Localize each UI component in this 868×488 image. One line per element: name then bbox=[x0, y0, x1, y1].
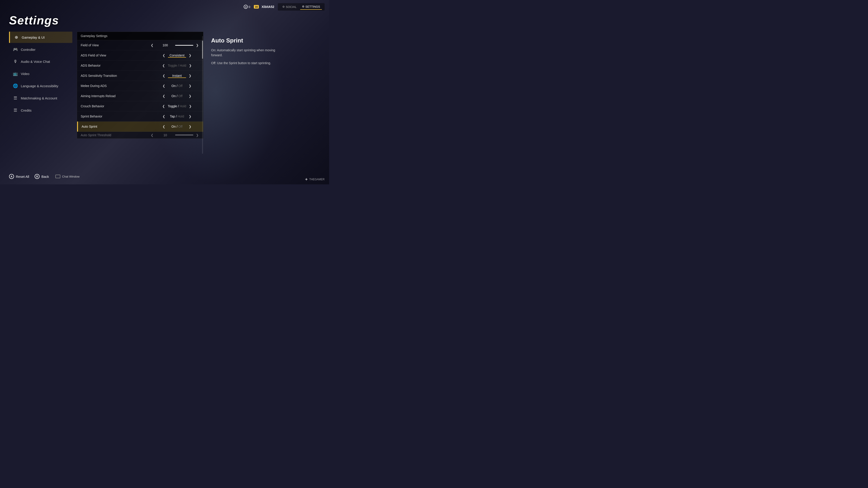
aiming-reload-right-arrow[interactable]: ❯ bbox=[188, 94, 192, 98]
sprint-right-arrow[interactable]: ❯ bbox=[188, 115, 192, 118]
fov-right-arrow[interactable]: ❯ bbox=[195, 43, 199, 47]
setting-row-ads-fov[interactable]: ADS Field of View ❮ Consistent ❯ bbox=[77, 51, 203, 61]
ads-behavior-control: ❮ Toggle / Hold ❯ bbox=[154, 64, 199, 67]
melee-ads-right-arrow[interactable]: ❯ bbox=[188, 84, 192, 88]
setting-name-aiming-reload: Aiming Interrupts Reload bbox=[81, 94, 154, 98]
ads-fov-right-arrow[interactable]: ❯ bbox=[188, 54, 192, 57]
setting-row-ads-behavior[interactable]: ADS Behavior ❮ Toggle / Hold ❯ bbox=[77, 61, 203, 71]
aiming-reload-control: ❮ On / Off ❯ bbox=[154, 94, 199, 98]
threshold-control: ❮ 10 ❯ bbox=[150, 133, 199, 137]
melee-ads-control: ❮ On / Off ❯ bbox=[154, 84, 199, 88]
setting-name-crouch: Crouch Behavior bbox=[81, 104, 154, 108]
melee-ads-value: On / Off bbox=[168, 84, 186, 88]
setting-name-ads-sensitivity: ADS Sensitivity Transition bbox=[81, 74, 154, 77]
sidebar-item-language[interactable]: 🌐 Language & Accessibility bbox=[9, 80, 72, 92]
reset-icon-label: A bbox=[11, 175, 12, 178]
threshold-slider-fill bbox=[175, 135, 179, 135]
sidebar-audio-label: Audio & Voice Chat bbox=[21, 60, 50, 64]
logo-icon: ✦ bbox=[305, 177, 308, 182]
reset-all-button[interactable]: A Reset All bbox=[9, 174, 29, 179]
tab-settings[interactable]: ⚙ SETTINGS bbox=[300, 4, 322, 10]
setting-row-auto-sprint[interactable]: Auto Sprint ❮ On / Off ❯ bbox=[77, 122, 203, 132]
setting-row-fov[interactable]: Field of View ❮ 100 ❯ bbox=[77, 40, 203, 51]
setting-row-crouch[interactable]: Crouch Behavior ❮ Toggle / Hold ❯ bbox=[77, 101, 203, 111]
crouch-value: Toggle / Hold bbox=[168, 104, 186, 108]
fov-left-arrow[interactable]: ❮ bbox=[150, 43, 154, 47]
tab-social[interactable]: ⚙ SOCIAL bbox=[281, 4, 298, 9]
fov-control: ❮ 100 ❯ bbox=[150, 43, 199, 47]
ads-fov-value: Consistent bbox=[168, 54, 186, 57]
aiming-reload-off: Off bbox=[178, 94, 182, 98]
sprint-off: Hold bbox=[178, 115, 184, 118]
controller-icon: 🎮 bbox=[13, 47, 18, 52]
setting-row-melee-ads[interactable]: Melee During ADS ❮ On / Off ❯ bbox=[77, 81, 203, 91]
melee-ads-left-arrow[interactable]: ❮ bbox=[162, 84, 166, 88]
ads-behavior-value: Toggle / Hold bbox=[168, 64, 186, 67]
aiming-reload-sep: / bbox=[177, 94, 178, 98]
social-icon: ⚙ bbox=[282, 5, 285, 8]
auto-sprint-off: Off bbox=[178, 125, 182, 128]
ads-behavior-sep: / bbox=[178, 64, 180, 67]
chat-window-toggle[interactable]: Chat Window bbox=[55, 175, 80, 178]
fov-slider-track[interactable] bbox=[175, 45, 193, 46]
sidebar: ⊕ Gameplay & UI 🎮 Controller 🎙 Audio & V… bbox=[9, 32, 72, 116]
setting-name-ads-behavior: ADS Behavior bbox=[81, 64, 154, 67]
ads-behavior-right-arrow[interactable]: ❯ bbox=[188, 64, 193, 67]
settings-nav-icon: ⚙ bbox=[302, 5, 305, 8]
logo-text: THEGAMER bbox=[309, 178, 324, 181]
sprint-left-arrow[interactable]: ❮ bbox=[162, 115, 166, 118]
sidebar-item-matchmaking[interactable]: ☰ Matchmaking & Account bbox=[9, 92, 72, 104]
ads-sensitivity-right-arrow[interactable]: ❯ bbox=[188, 74, 192, 77]
setting-row-auto-sprint-threshold: Auto Sprint Threshold ❮ 10 ❯ bbox=[77, 132, 203, 138]
ads-sensitivity-left-arrow[interactable]: ❮ bbox=[162, 74, 166, 77]
sidebar-item-audio[interactable]: 🎙 Audio & Voice Chat bbox=[9, 56, 72, 67]
sidebar-item-credits[interactable]: ☰ Credits bbox=[9, 105, 72, 116]
aiming-reload-left-arrow[interactable]: ❮ bbox=[162, 94, 166, 98]
chat-icon bbox=[55, 175, 60, 178]
chat-label: Chat Window bbox=[62, 175, 80, 178]
panel-header: Gameplay Settings bbox=[77, 32, 203, 40]
fov-value: 100 bbox=[156, 43, 174, 47]
sidebar-item-video[interactable]: 📺 Video bbox=[9, 68, 72, 79]
auto-sprint-on: On bbox=[172, 125, 176, 128]
notification-area: ⊗ 0 bbox=[244, 5, 250, 9]
back-icon-label: B bbox=[36, 175, 38, 178]
setting-name-fov: Field of View bbox=[81, 43, 150, 47]
setting-row-aiming-reload[interactable]: Aiming Interrupts Reload ❮ On / Off ❯ bbox=[77, 91, 203, 101]
sidebar-controller-label: Controller bbox=[21, 48, 35, 52]
social-label: SOCIAL bbox=[286, 5, 297, 8]
info-text-2: Off: Use the Sprint button to start spri… bbox=[211, 61, 277, 66]
crouch-right-arrow[interactable]: ❯ bbox=[188, 104, 193, 108]
auto-sprint-control: ❮ On / Off ❯ bbox=[154, 125, 199, 128]
sidebar-item-gameplay[interactable]: ⊕ Gameplay & UI bbox=[9, 32, 72, 43]
reset-label: Reset All bbox=[16, 175, 29, 178]
threshold-right-arrow: ❯ bbox=[195, 133, 199, 137]
crouch-left-arrow[interactable]: ❮ bbox=[161, 104, 166, 108]
auto-sprint-left-arrow[interactable]: ❮ bbox=[162, 125, 166, 128]
setting-name-auto-sprint: Auto Sprint bbox=[82, 125, 154, 128]
sprint-control: ❮ Tap / Hold ❯ bbox=[154, 115, 199, 118]
setting-name-sprint: Sprint Behavior bbox=[81, 115, 154, 118]
auto-sprint-right-arrow[interactable]: ❯ bbox=[188, 125, 192, 128]
sprint-on: Tap bbox=[170, 115, 175, 118]
setting-row-sprint[interactable]: Sprint Behavior ❮ Tap / Hold ❯ bbox=[77, 111, 203, 122]
ads-fov-left-arrow[interactable]: ❮ bbox=[162, 54, 166, 57]
crouch-sep: / bbox=[178, 104, 180, 108]
back-button[interactable]: B Back bbox=[35, 174, 49, 179]
language-icon: 🌐 bbox=[13, 84, 18, 88]
melee-ads-sep: / bbox=[177, 84, 178, 88]
notification-icon: ⊗ bbox=[244, 5, 248, 9]
video-icon: 📺 bbox=[13, 71, 18, 76]
matchmaking-icon: ☰ bbox=[13, 96, 18, 101]
settings-panel: Gameplay Settings Field of View ❮ 100 ❯ bbox=[77, 32, 204, 139]
setting-row-ads-sensitivity[interactable]: ADS Sensitivity Transition ❮ Instant ❯ bbox=[77, 71, 203, 81]
level-badge: 16 bbox=[254, 5, 259, 8]
sidebar-item-controller[interactable]: 🎮 Controller bbox=[9, 44, 72, 55]
scrollbar[interactable] bbox=[202, 36, 203, 154]
crouch-control: ❮ Toggle / Hold ❯ bbox=[154, 104, 199, 108]
ads-behavior-on: Toggle bbox=[168, 64, 177, 67]
melee-ads-on: On bbox=[172, 84, 176, 88]
sidebar-video-label: Video bbox=[21, 72, 29, 76]
scrollbar-thumb[interactable] bbox=[202, 41, 203, 59]
ads-behavior-left-arrow[interactable]: ❮ bbox=[161, 64, 166, 67]
